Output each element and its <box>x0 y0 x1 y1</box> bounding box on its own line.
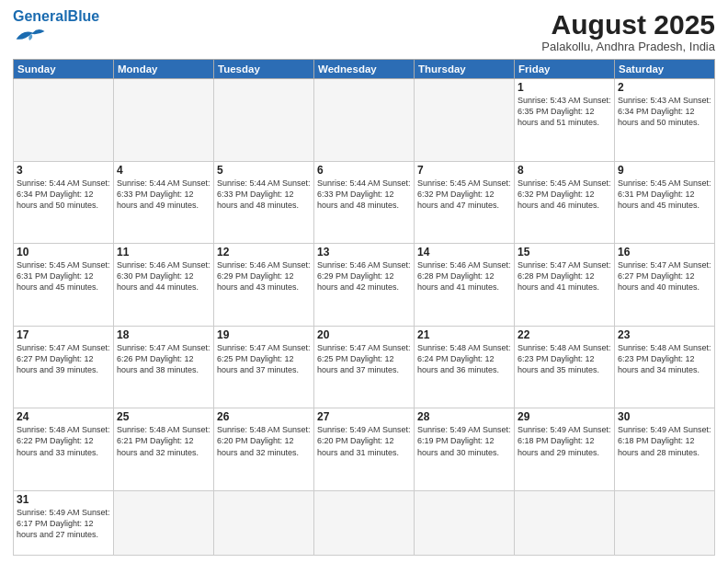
calendar-cell: 31Sunrise: 5:49 AM Sunset: 6:17 PM Dayli… <box>14 490 114 555</box>
calendar-cell: 5Sunrise: 5:44 AM Sunset: 6:33 PM Daylig… <box>214 161 314 244</box>
logo-bird-icon <box>13 26 46 46</box>
calendar-cell <box>515 490 615 555</box>
day-number: 23 <box>618 328 711 341</box>
col-monday: Monday <box>114 60 214 79</box>
day-number: 7 <box>417 164 511 177</box>
day-info: Sunrise: 5:47 AM Sunset: 6:25 PM Dayligh… <box>217 342 311 375</box>
calendar-cell: 26Sunrise: 5:48 AM Sunset: 6:20 PM Dayli… <box>214 408 314 491</box>
calendar-cell: 12Sunrise: 5:46 AM Sunset: 6:29 PM Dayli… <box>214 244 314 327</box>
day-info: Sunrise: 5:47 AM Sunset: 6:27 PM Dayligh… <box>17 342 110 375</box>
main-title: August 2025 <box>541 9 715 40</box>
day-number: 16 <box>618 246 711 259</box>
page: GeneralBlue August 2025 Palakollu, Andhr… <box>0 0 728 563</box>
day-info: Sunrise: 5:49 AM Sunset: 6:17 PM Dayligh… <box>17 507 110 540</box>
calendar-cell <box>214 79 314 162</box>
day-number: 15 <box>518 246 611 259</box>
day-info: Sunrise: 5:45 AM Sunset: 6:31 PM Dayligh… <box>17 259 110 293</box>
day-info: Sunrise: 5:44 AM Sunset: 6:33 PM Dayligh… <box>117 178 210 211</box>
calendar-cell: 13Sunrise: 5:46 AM Sunset: 6:29 PM Dayli… <box>314 244 415 327</box>
day-number: 18 <box>117 328 210 341</box>
day-info: Sunrise: 5:45 AM Sunset: 6:31 PM Dayligh… <box>618 178 711 211</box>
calendar-cell: 3Sunrise: 5:44 AM Sunset: 6:34 PM Daylig… <box>14 161 114 244</box>
day-number: 25 <box>117 410 210 423</box>
day-info: Sunrise: 5:49 AM Sunset: 6:18 PM Dayligh… <box>618 424 711 457</box>
header: GeneralBlue August 2025 Palakollu, Andhr… <box>13 9 715 53</box>
calendar-cell: 11Sunrise: 5:46 AM Sunset: 6:30 PM Dayli… <box>114 244 214 327</box>
day-number: 20 <box>317 328 411 341</box>
day-info: Sunrise: 5:45 AM Sunset: 6:32 PM Dayligh… <box>518 178 611 211</box>
day-number: 24 <box>17 410 110 423</box>
calendar-cell: 17Sunrise: 5:47 AM Sunset: 6:27 PM Dayli… <box>14 326 114 408</box>
calendar-cell: 28Sunrise: 5:49 AM Sunset: 6:19 PM Dayli… <box>415 408 515 491</box>
subtitle: Palakollu, Andhra Pradesh, India <box>541 40 715 53</box>
calendar-week-row: 10Sunrise: 5:45 AM Sunset: 6:31 PM Dayli… <box>14 244 715 327</box>
day-info: Sunrise: 5:47 AM Sunset: 6:26 PM Dayligh… <box>117 342 210 375</box>
day-info: Sunrise: 5:45 AM Sunset: 6:32 PM Dayligh… <box>417 178 511 211</box>
col-wednesday: Wednesday <box>314 60 415 79</box>
col-sunday: Sunday <box>14 60 114 79</box>
day-number: 8 <box>518 164 611 177</box>
day-number: 10 <box>17 246 110 259</box>
day-info: Sunrise: 5:44 AM Sunset: 6:33 PM Dayligh… <box>317 178 411 211</box>
day-info: Sunrise: 5:46 AM Sunset: 6:28 PM Dayligh… <box>417 259 511 293</box>
day-number: 9 <box>618 164 711 177</box>
calendar-cell: 20Sunrise: 5:47 AM Sunset: 6:25 PM Dayli… <box>314 326 415 408</box>
calendar-cell <box>214 490 314 555</box>
calendar-cell <box>615 490 715 555</box>
calendar-cell: 25Sunrise: 5:48 AM Sunset: 6:21 PM Dayli… <box>114 408 214 491</box>
calendar-cell: 19Sunrise: 5:47 AM Sunset: 6:25 PM Dayli… <box>214 326 314 408</box>
day-info: Sunrise: 5:47 AM Sunset: 6:25 PM Dayligh… <box>317 342 411 375</box>
day-number: 6 <box>317 164 411 177</box>
day-info: Sunrise: 5:43 AM Sunset: 6:35 PM Dayligh… <box>518 95 611 128</box>
calendar-cell <box>415 490 515 555</box>
calendar-cell: 6Sunrise: 5:44 AM Sunset: 6:33 PM Daylig… <box>314 161 415 244</box>
calendar-cell: 7Sunrise: 5:45 AM Sunset: 6:32 PM Daylig… <box>415 161 515 244</box>
calendar-cell: 1Sunrise: 5:43 AM Sunset: 6:35 PM Daylig… <box>515 79 615 162</box>
calendar-header-row: Sunday Monday Tuesday Wednesday Thursday… <box>14 60 715 79</box>
calendar-cell <box>314 79 415 162</box>
calendar-week-row: 24Sunrise: 5:48 AM Sunset: 6:22 PM Dayli… <box>14 408 715 491</box>
day-number: 13 <box>317 246 411 259</box>
day-info: Sunrise: 5:48 AM Sunset: 6:22 PM Dayligh… <box>17 424 110 457</box>
calendar-cell: 4Sunrise: 5:44 AM Sunset: 6:33 PM Daylig… <box>114 161 214 244</box>
day-info: Sunrise: 5:43 AM Sunset: 6:34 PM Dayligh… <box>618 95 711 128</box>
day-info: Sunrise: 5:49 AM Sunset: 6:20 PM Dayligh… <box>317 424 411 457</box>
title-block: August 2025 Palakollu, Andhra Pradesh, I… <box>541 9 715 53</box>
day-number: 28 <box>417 410 511 423</box>
calendar-cell <box>14 79 114 162</box>
day-info: Sunrise: 5:47 AM Sunset: 6:27 PM Dayligh… <box>618 259 711 293</box>
calendar-cell <box>114 79 214 162</box>
calendar-cell: 22Sunrise: 5:48 AM Sunset: 6:23 PM Dayli… <box>515 326 615 408</box>
col-friday: Friday <box>515 60 615 79</box>
calendar-week-row: 17Sunrise: 5:47 AM Sunset: 6:27 PM Dayli… <box>14 326 715 408</box>
day-number: 1 <box>518 81 611 94</box>
day-number: 4 <box>117 164 210 177</box>
logo-blue: Blue <box>68 8 100 24</box>
logo: GeneralBlue <box>13 9 99 46</box>
day-info: Sunrise: 5:48 AM Sunset: 6:23 PM Dayligh… <box>618 342 711 375</box>
calendar-cell: 27Sunrise: 5:49 AM Sunset: 6:20 PM Dayli… <box>314 408 415 491</box>
calendar-cell: 15Sunrise: 5:47 AM Sunset: 6:28 PM Dayli… <box>515 244 615 327</box>
day-info: Sunrise: 5:46 AM Sunset: 6:29 PM Dayligh… <box>217 259 311 293</box>
calendar-cell: 18Sunrise: 5:47 AM Sunset: 6:26 PM Dayli… <box>114 326 214 408</box>
day-number: 27 <box>317 410 411 423</box>
day-info: Sunrise: 5:44 AM Sunset: 6:33 PM Dayligh… <box>217 178 311 211</box>
day-info: Sunrise: 5:46 AM Sunset: 6:29 PM Dayligh… <box>317 259 411 293</box>
calendar-cell <box>314 490 415 555</box>
logo-text: GeneralBlue <box>13 9 99 24</box>
day-number: 12 <box>217 246 311 259</box>
calendar-cell: 29Sunrise: 5:49 AM Sunset: 6:18 PM Dayli… <box>515 408 615 491</box>
calendar-week-row: 31Sunrise: 5:49 AM Sunset: 6:17 PM Dayli… <box>14 490 715 555</box>
calendar-cell: 10Sunrise: 5:45 AM Sunset: 6:31 PM Dayli… <box>14 244 114 327</box>
calendar: Sunday Monday Tuesday Wednesday Thursday… <box>13 59 715 556</box>
logo-general: General <box>13 8 68 24</box>
day-info: Sunrise: 5:48 AM Sunset: 6:21 PM Dayligh… <box>117 424 210 457</box>
day-number: 14 <box>417 246 511 259</box>
day-info: Sunrise: 5:49 AM Sunset: 6:18 PM Dayligh… <box>518 424 611 457</box>
day-info: Sunrise: 5:48 AM Sunset: 6:20 PM Dayligh… <box>217 424 311 457</box>
calendar-cell: 30Sunrise: 5:49 AM Sunset: 6:18 PM Dayli… <box>615 408 715 491</box>
calendar-cell: 14Sunrise: 5:46 AM Sunset: 6:28 PM Dayli… <box>415 244 515 327</box>
day-info: Sunrise: 5:47 AM Sunset: 6:28 PM Dayligh… <box>518 259 611 293</box>
day-number: 26 <box>217 410 311 423</box>
day-info: Sunrise: 5:48 AM Sunset: 6:23 PM Dayligh… <box>518 342 611 375</box>
